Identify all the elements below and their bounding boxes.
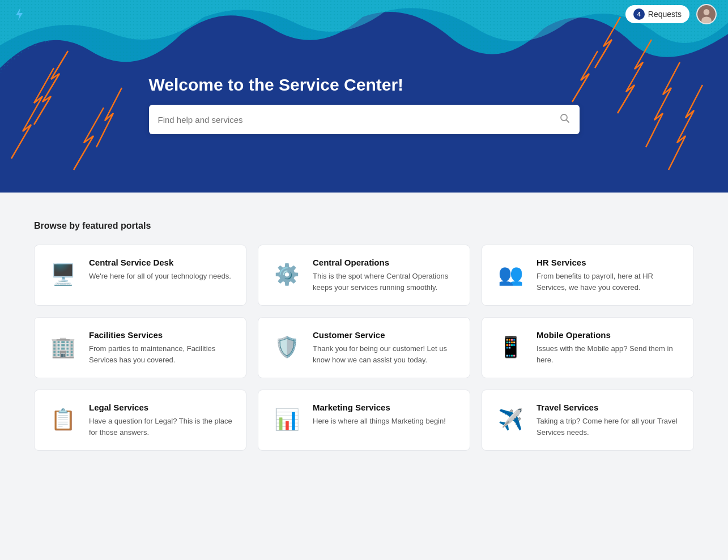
portal-card-mobile-operations[interactable]: 📱 Mobile Operations Issues with the Mobi… — [482, 317, 694, 378]
portals-grid: 🖥️ Central Service Desk We're here for a… — [34, 245, 694, 451]
hero-content: Welcome to the Service Center! — [149, 75, 580, 134]
hero-title: Welcome to the Service Center! — [149, 75, 580, 95]
portal-info-hr-services: HR Services From benefits to payroll, he… — [537, 258, 682, 293]
portal-info-mobile-operations: Mobile Operations Issues with the Mobile… — [537, 330, 682, 365]
portal-name-marketing-services: Marketing Services — [313, 403, 458, 412]
portal-info-central-operations: Central Operations This is the spot wher… — [313, 258, 458, 293]
svg-line-7 — [566, 119, 569, 122]
search-bar[interactable] — [149, 105, 580, 134]
portal-card-central-operations[interactable]: ⚙️ Central Operations This is the spot w… — [258, 245, 470, 306]
portal-desc-mobile-operations: Issues with the Mobile app? Send them in… — [537, 343, 682, 365]
portal-desc-facilities-services: From parties to maintenance, Facilities … — [89, 343, 235, 365]
portal-desc-central-operations: This is the spot where Central Operation… — [313, 271, 458, 293]
search-icon — [559, 113, 571, 127]
portal-info-marketing-services: Marketing Services Here is where all thi… — [313, 403, 458, 427]
portal-info-central-service-desk: Central Service Desk We're here for all … — [89, 258, 235, 282]
customer-service-icon: 🛡️ — [270, 330, 304, 364]
portal-card-travel-services[interactable]: ✈️ Travel Services Taking a trip? Come h… — [482, 390, 694, 451]
user-avatar[interactable] — [696, 4, 717, 24]
service-desk-icon: 🖥️ — [46, 258, 80, 292]
search-input[interactable] — [158, 115, 559, 125]
requests-label: Requests — [648, 10, 682, 19]
portal-info-travel-services: Travel Services Taking a trip? Come here… — [537, 403, 682, 438]
portal-name-travel-services: Travel Services — [537, 403, 682, 412]
svg-point-5 — [701, 16, 712, 23]
portal-card-hr-services[interactable]: 👥 HR Services From benefits to payroll, … — [482, 245, 694, 306]
facilities-icon: 🏢 — [46, 330, 80, 364]
svg-point-4 — [704, 9, 710, 15]
marketing-services-icon: 📊 — [270, 403, 304, 437]
hero-section: 4 Requests Welcome to the Service Center… — [0, 0, 728, 193]
portal-card-central-service-desk[interactable]: 🖥️ Central Service Desk We're here for a… — [34, 245, 246, 306]
portal-card-customer-service[interactable]: 🛡️ Customer Service Thank you for being … — [258, 317, 470, 378]
portal-info-customer-service: Customer Service Thank you for being our… — [313, 330, 458, 365]
svg-marker-2 — [16, 8, 23, 20]
requests-count: 4 — [633, 8, 645, 20]
portal-desc-legal-services: Have a question for Legal? This is the p… — [89, 416, 235, 438]
portal-desc-central-service-desk: We're here for all of your technology ne… — [89, 271, 235, 282]
mobile-operations-icon: 📱 — [493, 330, 527, 364]
nav-right-area: 4 Requests — [625, 4, 717, 24]
travel-services-icon: ✈️ — [493, 403, 527, 437]
portal-desc-hr-services: From benefits to payroll, here at HR Ser… — [537, 271, 682, 293]
portal-name-central-operations: Central Operations — [313, 258, 458, 267]
portal-name-legal-services: Legal Services — [89, 403, 235, 412]
portal-desc-marketing-services: Here is where all things Marketing begin… — [313, 416, 458, 427]
main-content: Browse by featured portals 🖥️ Central Se… — [0, 193, 728, 479]
portal-name-facilities-services: Facilities Services — [89, 330, 235, 340]
portal-card-facilities-services[interactable]: 🏢 Facilities Services From parties to ma… — [34, 317, 246, 378]
portal-desc-customer-service: Thank you for being our customer! Let us… — [313, 343, 458, 365]
top-navigation: 4 Requests — [0, 0, 728, 28]
portal-name-customer-service: Customer Service — [313, 330, 458, 340]
legal-services-icon: 📋 — [46, 403, 80, 437]
portal-info-facilities-services: Facilities Services From parties to main… — [89, 330, 235, 365]
hr-services-icon: 👥 — [493, 258, 527, 292]
portal-info-legal-services: Legal Services Have a question for Legal… — [89, 403, 235, 438]
logo — [11, 6, 27, 22]
portal-desc-travel-services: Taking a trip? Come here for all your Tr… — [537, 416, 682, 438]
portal-card-marketing-services[interactable]: 📊 Marketing Services Here is where all t… — [258, 390, 470, 451]
requests-button[interactable]: 4 Requests — [625, 5, 689, 23]
portal-card-legal-services[interactable]: 📋 Legal Services Have a question for Leg… — [34, 390, 246, 451]
portal-name-hr-services: HR Services — [537, 258, 682, 267]
portal-name-central-service-desk: Central Service Desk — [89, 258, 235, 267]
central-operations-icon: ⚙️ — [270, 258, 304, 292]
portal-name-mobile-operations: Mobile Operations — [537, 330, 682, 340]
section-title: Browse by featured portals — [34, 221, 694, 231]
